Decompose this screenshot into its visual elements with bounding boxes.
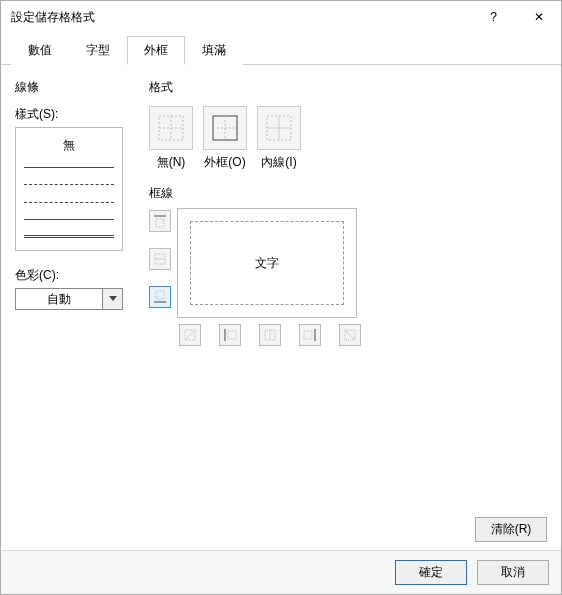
preset-outline-label: 外框(O) xyxy=(204,154,245,171)
dialog-footer: 確定 取消 xyxy=(1,550,561,594)
border-preview: 文字 xyxy=(177,208,357,318)
border-top-button[interactable] xyxy=(149,210,171,232)
border-vmid-button[interactable] xyxy=(259,324,281,346)
border-left-button[interactable] xyxy=(219,324,241,346)
close-button[interactable]: ✕ xyxy=(516,1,561,33)
tab-font[interactable]: 字型 xyxy=(69,36,127,65)
tab-fill[interactable]: 填滿 xyxy=(185,36,243,65)
help-button[interactable]: ? xyxy=(471,1,516,33)
tab-strip: 數值 字型 外框 填滿 xyxy=(1,33,561,65)
window-title: 設定儲存格格式 xyxy=(11,9,471,26)
svg-rect-21 xyxy=(304,331,312,339)
style-solid[interactable] xyxy=(24,164,114,172)
border-right-button[interactable] xyxy=(299,324,321,346)
line-style-list[interactable]: 無 xyxy=(15,127,123,251)
style-medium[interactable] xyxy=(24,215,114,223)
border-hmid-button[interactable] xyxy=(149,248,171,270)
preset-inside-button[interactable] xyxy=(257,106,301,150)
borders-header: 框線 xyxy=(149,185,547,202)
border-diag-down-button[interactable] xyxy=(339,324,361,346)
clear-button[interactable]: 清除(R) xyxy=(475,517,547,542)
svg-rect-13 xyxy=(156,291,164,299)
tab-number[interactable]: 數值 xyxy=(11,36,69,65)
style-label: 樣式(S): xyxy=(15,106,131,123)
border-left-icon xyxy=(223,328,237,342)
preset-inside-label: 內線(I) xyxy=(261,154,296,171)
border-bottom-icon xyxy=(153,290,167,304)
color-dropdown[interactable]: 自動 xyxy=(15,288,123,310)
cancel-button[interactable]: 取消 xyxy=(477,560,549,585)
svg-rect-18 xyxy=(228,331,236,339)
style-none[interactable]: 無 xyxy=(24,137,114,154)
border-diag-up-button[interactable] xyxy=(179,324,201,346)
style-dashdot[interactable] xyxy=(24,198,114,206)
preset-none-button[interactable] xyxy=(149,106,193,150)
preset-none-label: 無(N) xyxy=(157,154,186,171)
preset-outline-icon xyxy=(211,114,239,142)
title-bar: 設定儲存格格式 ? ✕ xyxy=(1,1,561,33)
preset-inside-icon xyxy=(265,114,293,142)
style-dashed[interactable] xyxy=(24,181,114,189)
color-label: 色彩(C): xyxy=(15,267,131,284)
border-right-icon xyxy=(303,328,317,342)
svg-rect-10 xyxy=(156,219,164,227)
border-bottom-button[interactable] xyxy=(149,286,171,308)
presets-header: 格式 xyxy=(149,79,547,96)
border-vmid-icon xyxy=(263,328,277,342)
preset-outline-button[interactable] xyxy=(203,106,247,150)
border-diag-up-icon xyxy=(183,328,197,342)
preview-text: 文字 xyxy=(255,255,279,272)
border-hmid-icon xyxy=(153,252,167,266)
ok-button[interactable]: 確定 xyxy=(395,560,467,585)
border-diag-down-icon xyxy=(343,328,357,342)
lines-header: 線條 xyxy=(15,79,131,96)
preset-none-icon xyxy=(157,114,185,142)
svg-line-24 xyxy=(345,330,355,340)
svg-line-16 xyxy=(185,330,195,340)
border-top-icon xyxy=(153,214,167,228)
color-value: 自動 xyxy=(16,291,102,308)
chevron-down-icon xyxy=(102,289,122,309)
style-double[interactable] xyxy=(24,233,114,241)
tab-border[interactable]: 外框 xyxy=(127,36,185,65)
